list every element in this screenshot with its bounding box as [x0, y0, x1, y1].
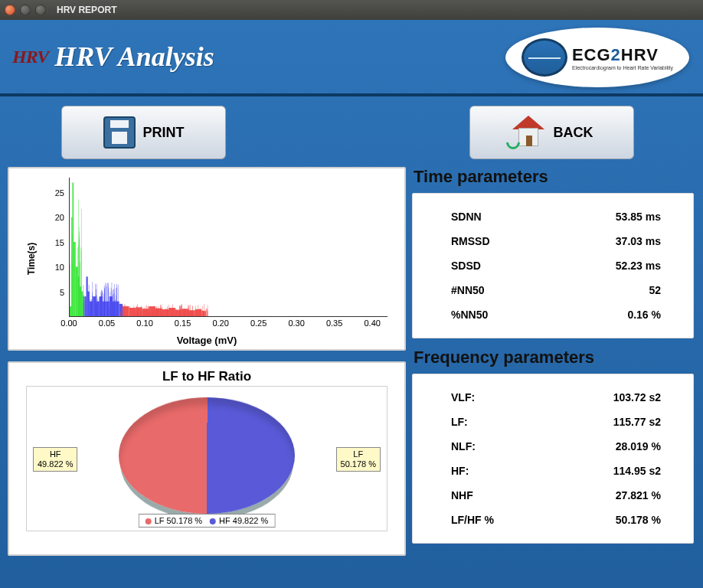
pie-title: LF to HF Ratio [17, 369, 397, 384]
legend-dot-hf [210, 518, 216, 524]
svg-rect-13 [93, 296, 96, 316]
logo-text: ECG2HRV [572, 45, 673, 65]
freq-params-box: VLF:103.72 s2LF:115.77 s2NLF:28.019 %HF:… [412, 374, 694, 544]
pie-label-lf: LF 50.178 % [336, 447, 381, 472]
param-row: HF:114.95 s2 [451, 459, 685, 483]
param-label: LF: [451, 416, 468, 428]
brand-logo: ECG2HRV Electrocardiogram to Heart Rate … [505, 28, 689, 87]
param-label: HF: [451, 465, 469, 477]
svg-rect-10 [87, 276, 88, 316]
param-label: VLF: [451, 391, 475, 403]
pie-frame: LF 50.178 % HF 49.822 % LF 50.178 % HF 4… [26, 386, 387, 531]
param-value: 53.85 ms [616, 211, 661, 223]
param-row: LF/HF %50.178 % [451, 508, 685, 532]
svg-rect-26 [149, 306, 155, 316]
svg-rect-9 [84, 296, 86, 316]
svg-rect-34 [201, 311, 204, 316]
app-window: HRV REPORT HRV HRV Analysis ECG2HRV Elec… [0, 0, 703, 588]
svg-rect-0 [70, 306, 71, 316]
x-axis-label: Voltage (mV) [177, 335, 237, 346]
svg-rect-4 [76, 266, 78, 316]
svg-rect-8 [83, 296, 84, 316]
param-row: %NN500.16 % [451, 302, 685, 327]
pie-chart-panel: LF to HF Ratio LF 50.178 % HF 49.822 % L… [8, 361, 406, 556]
param-label: SDSD [451, 260, 481, 272]
pie-legend: LF 50.178 % HF 49.822 % [139, 514, 276, 528]
param-row: SDSD52.23 ms [451, 253, 685, 278]
param-value: 52 [649, 284, 661, 296]
param-row: VLF:103.72 s2 [451, 385, 685, 410]
pie-chart [119, 397, 295, 514]
content-area: HRV HRV Analysis ECG2HRV Electrocardiogr… [0, 20, 703, 588]
titlebar: HRV REPORT [0, 0, 703, 20]
param-label: %NN50 [451, 309, 488, 321]
param-value: 37.03 ms [616, 235, 661, 247]
svg-rect-29 [168, 308, 175, 316]
x-ticks: 0.000.050.100.150.200.250.300.350.40 [69, 318, 387, 331]
y-ticks: 510152025 [47, 178, 67, 317]
print-button[interactable]: PRINT [61, 106, 226, 159]
main-area: Time(s) Voltage (mV) 510152025 0.000.050… [0, 165, 703, 564]
param-value: 115.77 s2 [613, 416, 661, 428]
param-row: NLF:28.019 % [451, 434, 685, 459]
pie-label-hf: HF 49.822 % [33, 447, 77, 472]
param-label: #NN50 [451, 284, 485, 296]
svg-rect-27 [155, 309, 162, 316]
print-button-label: PRINT [143, 125, 185, 141]
param-value: 28.019 % [616, 440, 661, 452]
legend-dot-lf [146, 518, 152, 524]
page-title: HRV Analysis [54, 41, 214, 73]
ecg-wave-icon [522, 38, 567, 77]
param-label: SDNN [451, 211, 482, 223]
param-label: RMSSD [451, 235, 490, 247]
save-icon [103, 116, 136, 149]
time-params-box: SDNN53.85 msRMSSD37.03 msSDSD52.23 ms#NN… [412, 193, 694, 338]
param-row: SDNN53.85 ms [451, 204, 685, 229]
window-title: HRV REPORT [57, 5, 116, 15]
param-label: NHF [451, 489, 473, 501]
param-value: 103.72 s2 [613, 391, 661, 403]
param-label: LF/HF % [451, 514, 494, 526]
param-value: 50.178 % [616, 514, 661, 526]
y-axis-label: Time(s) [26, 243, 37, 275]
plot-area [69, 178, 387, 317]
param-value: 52.23 ms [616, 260, 661, 272]
time-params-title: Time parameters [414, 167, 694, 187]
hrv-mark: HRV [12, 47, 48, 67]
param-row: NHF27.821 % [451, 483, 685, 508]
spectrum-svg [70, 178, 208, 316]
svg-rect-32 [188, 310, 195, 316]
freq-params-title: Frequency parameters [414, 348, 694, 368]
window-maximize-button[interactable] [35, 5, 46, 15]
back-button-label: BACK [554, 125, 593, 141]
spectrum-chart: Time(s) Voltage (mV) 510152025 0.000.050… [8, 167, 406, 351]
svg-rect-3 [74, 242, 76, 316]
back-button[interactable]: BACK [469, 106, 634, 159]
param-row: LF:115.77 s2 [451, 410, 685, 434]
logo-subtitle: Electrocardiogram to Heart Rate Variabil… [572, 65, 673, 70]
header: HRV HRV Analysis ECG2HRV Electrocardiogr… [0, 20, 703, 96]
param-label: NLF: [451, 440, 476, 452]
window-close-button[interactable] [5, 5, 15, 15]
param-value: 0.16 % [627, 309, 661, 321]
toolbar: PRINT BACK [0, 96, 703, 165]
home-icon [511, 117, 546, 148]
param-value: 27.821 % [616, 489, 661, 501]
param-row: RMSSD37.03 ms [451, 229, 685, 253]
param-value: 114.95 s2 [613, 465, 661, 477]
param-row: #NN5052 [451, 278, 685, 302]
window-minimize-button[interactable] [20, 5, 31, 15]
